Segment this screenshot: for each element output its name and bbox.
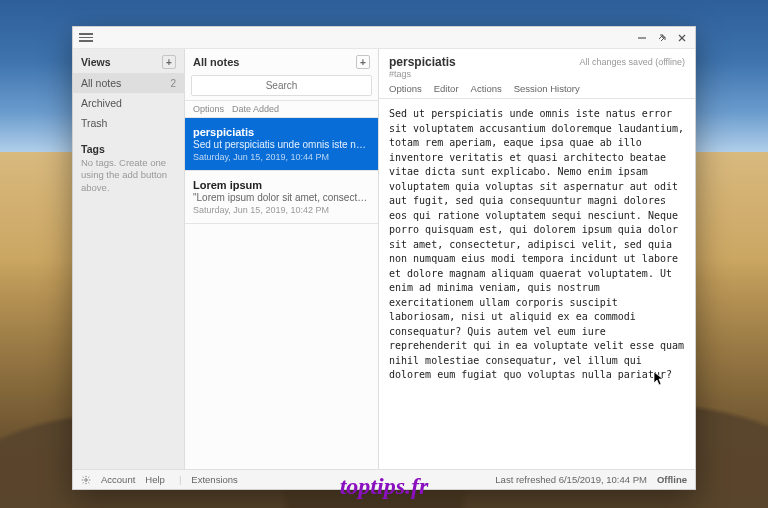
minimize-icon — [637, 33, 647, 43]
note-preview: "Lorem ipsum dolor sit amet, consectetur — [193, 192, 370, 203]
editor-title[interactable]: perspiciatis — [389, 55, 456, 69]
maximize-button[interactable] — [655, 31, 669, 45]
note-list-header: All notes + — [185, 49, 378, 75]
note-date: Saturday, Jun 15, 2019, 10:44 PM — [193, 152, 370, 162]
note-card[interactable]: perspiciatis Sed ut perspiciatis unde om… — [185, 118, 378, 171]
tab-editor[interactable]: Editor — [434, 83, 459, 94]
status-bar: Account Help | Extensions Last refreshed… — [73, 469, 695, 489]
sidebar-item-label: All notes — [81, 77, 121, 89]
titlebar — [73, 27, 695, 49]
mouse-cursor-icon — [653, 371, 665, 387]
editor-tags[interactable]: #tags — [389, 69, 456, 79]
search-input[interactable] — [191, 75, 372, 96]
extensions-link[interactable]: Extensions — [191, 474, 237, 485]
editor-tabs: Options Editor Actions Session History — [379, 83, 695, 99]
sidebar-item-trash[interactable]: Trash — [73, 113, 184, 133]
sidebar-item-archived[interactable]: Archived — [73, 93, 184, 113]
close-icon — [677, 33, 687, 43]
note-date: Saturday, Jun 15, 2019, 10:42 PM — [193, 205, 370, 215]
note-card[interactable]: Lorem ipsum "Lorem ipsum dolor sit amet,… — [185, 171, 378, 224]
save-status: All changes saved (offline) — [580, 57, 685, 67]
minimize-button[interactable] — [635, 31, 649, 45]
note-list-options[interactable]: Options — [193, 104, 224, 114]
sidebar-item-count: 2 — [170, 78, 176, 89]
tags-label: Tags — [81, 143, 105, 155]
note-list-sort[interactable]: Date Added — [232, 104, 279, 114]
search-container — [191, 75, 372, 96]
tab-options[interactable]: Options — [389, 83, 422, 94]
close-button[interactable] — [675, 31, 689, 45]
tags-header: Tags — [73, 133, 184, 157]
note-list: All notes + Options Date Added perspicia… — [185, 49, 379, 469]
sidebar-item-label: Archived — [81, 97, 122, 109]
tab-actions[interactable]: Actions — [471, 83, 502, 94]
maximize-icon — [657, 33, 667, 43]
editor-pane: perspiciatis #tags All changes saved (of… — [379, 49, 695, 469]
add-view-button[interactable]: + — [162, 55, 176, 69]
note-title: Lorem ipsum — [193, 179, 370, 191]
add-note-button[interactable]: + — [356, 55, 370, 69]
note-list-title: All notes — [193, 56, 239, 68]
tab-session-history[interactable]: Session History — [514, 83, 580, 94]
note-title: perspiciatis — [193, 126, 370, 138]
hamburger-menu-icon[interactable] — [79, 33, 93, 42]
help-link[interactable]: Help — [145, 474, 165, 485]
last-refreshed-text: Last refreshed 6/15/2019, 10:44 PM — [495, 474, 647, 485]
account-link[interactable]: Account — [101, 474, 135, 485]
views-label: Views — [81, 56, 111, 68]
views-header: Views + — [73, 49, 184, 73]
gear-icon[interactable] — [81, 475, 91, 485]
editor-body[interactable]: Sed ut perspiciatis unde omnis iste natu… — [379, 99, 695, 469]
note-list-meta: Options Date Added — [185, 100, 378, 118]
offline-badge: Offline — [657, 474, 687, 485]
sidebar: Views + All notes 2 Archived Trash Tags … — [73, 49, 185, 469]
sidebar-item-label: Trash — [81, 117, 107, 129]
svg-point-3 — [85, 478, 88, 481]
sidebar-item-all-notes[interactable]: All notes 2 — [73, 73, 184, 93]
app-window: Views + All notes 2 Archived Trash Tags … — [72, 26, 696, 490]
note-preview: Sed ut perspiciatis unde omnis iste natu… — [193, 139, 370, 150]
tags-empty-message: No tags. Create one using the add button… — [73, 157, 184, 194]
